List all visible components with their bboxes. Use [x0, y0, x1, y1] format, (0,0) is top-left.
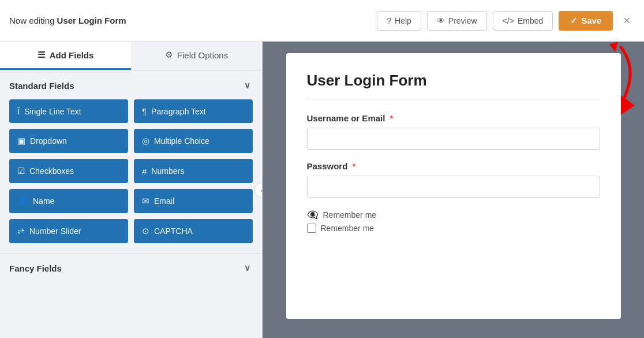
field-btn-captcha[interactable]: ⊙ CAPTCHA — [134, 219, 253, 243]
remember-me-checkbox-label: Remember me — [321, 224, 375, 233]
eye-icon: 👁 — [437, 16, 445, 25]
multiple-choice-icon: ◎ — [142, 136, 149, 146]
dropdown-icon: ▣ — [17, 136, 25, 146]
close-button[interactable]: × — [619, 12, 635, 29]
remember-me-checkbox[interactable] — [307, 224, 316, 233]
standard-fields-section: Standard Fields ∨ Ī Single Line Text ¶ P… — [0, 70, 262, 254]
right-panel: User Login Form Username or Email * Pass… — [263, 42, 644, 338]
fancy-fields-header: Fancy Fields ∨ — [0, 254, 262, 282]
field-options-tab-icon: ⚙ — [165, 50, 173, 60]
standard-fields-label: Standard Fields — [9, 81, 74, 91]
standard-fields-header: Standard Fields ∨ — [9, 80, 253, 91]
field-btn-paragraph-text[interactable]: ¶ Paragraph Text — [134, 99, 253, 123]
embed-button[interactable]: </> Embed — [493, 11, 553, 31]
tab-field-options[interactable]: ⚙ Field Options — [131, 42, 262, 70]
number-slider-icon: ⇌ — [17, 226, 25, 236]
form-title: User Login Form — [307, 72, 600, 90]
field-btn-single-line-text[interactable]: Ī Single Line Text — [9, 99, 128, 123]
add-fields-tab-icon: ☰ — [38, 50, 45, 60]
username-email-field: Username or Email * — [307, 113, 600, 150]
password-input[interactable] — [307, 176, 600, 198]
field-btn-numbers[interactable]: # Numbers — [134, 159, 253, 183]
tab-add-fields[interactable]: ☰ Add Fields — [0, 42, 131, 70]
field-btn-email[interactable]: ✉ Email — [134, 189, 253, 213]
editing-notice: Now editing User Login Form — [9, 16, 377, 25]
numbers-icon: # — [142, 166, 147, 176]
form-divider — [307, 99, 600, 99]
help-button[interactable]: ? Help — [377, 11, 421, 31]
captcha-icon: ⊙ — [142, 226, 149, 236]
remember-me-icon: 👁‍🗨 — [307, 209, 319, 220]
field-btn-multiple-choice[interactable]: ◎ Multiple Choice — [134, 129, 253, 153]
fancy-fields-toggle[interactable]: ∨ — [241, 262, 253, 274]
top-bar-actions: ? Help 👁 Preview </> Embed ✓ Save × — [377, 11, 635, 31]
field-btn-checkboxes[interactable]: ☑ Checkboxes — [9, 159, 128, 183]
username-required-indicator: * — [390, 113, 394, 123]
remember-me-checkbox-row: Remember me — [307, 224, 600, 233]
remember-me-label: Remember me — [323, 210, 377, 220]
name-icon: 👤 — [17, 196, 28, 206]
single-line-text-icon: Ī — [17, 106, 20, 116]
paragraph-text-icon: ¶ — [142, 106, 147, 116]
form-preview: User Login Form Username or Email * Pass… — [286, 53, 621, 319]
password-field: Password * — [307, 161, 600, 198]
save-button[interactable]: ✓ Save — [559, 11, 613, 31]
left-panel: ☰ Add Fields ⚙ Field Options Standard Fi… — [0, 42, 263, 338]
form-name: User Login Form — [57, 16, 126, 25]
help-icon: ? — [387, 16, 391, 25]
field-btn-dropdown[interactable]: ▣ Dropdown — [9, 129, 128, 153]
username-email-input[interactable] — [307, 128, 600, 150]
field-btn-number-slider[interactable]: ⇌ Number Slider — [9, 219, 128, 243]
code-icon: </> — [503, 16, 514, 25]
main-layout: ☰ Add Fields ⚙ Field Options Standard Fi… — [0, 42, 644, 338]
remember-me-section: 👁‍🗨 Remember me Remember me — [307, 209, 600, 233]
svg-marker-1 — [609, 42, 618, 52]
username-email-label: Username or Email * — [307, 113, 600, 123]
password-label: Password * — [307, 161, 600, 171]
preview-button[interactable]: 👁 Preview — [427, 11, 487, 31]
fancy-fields-label: Fancy Fields — [9, 263, 62, 273]
panel-tabs: ☰ Add Fields ⚙ Field Options — [0, 42, 262, 70]
top-bar: Now editing User Login Form ? Help 👁 Pre… — [0, 0, 644, 42]
email-icon: ✉ — [142, 196, 149, 206]
standard-fields-toggle[interactable]: ∨ — [241, 80, 253, 91]
field-btn-name[interactable]: 👤 Name — [9, 189, 128, 213]
check-icon: ✓ — [570, 16, 578, 26]
remember-me-icon-row: 👁‍🗨 Remember me — [307, 209, 600, 220]
checkboxes-icon: ☑ — [17, 166, 25, 176]
standard-fields-grid: Ī Single Line Text ¶ Paragraph Text ▣ Dr… — [9, 99, 253, 243]
password-required-indicator: * — [353, 161, 356, 171]
